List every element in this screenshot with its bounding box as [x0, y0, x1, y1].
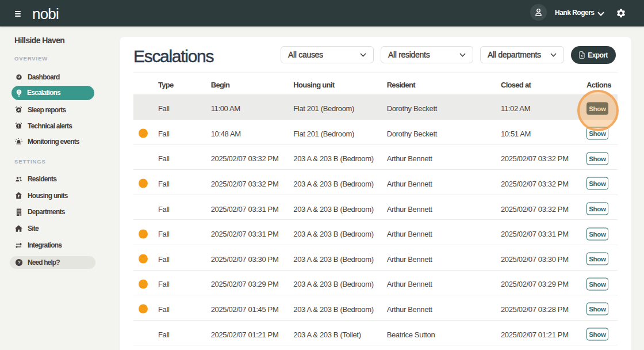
svg-text:?: ?	[18, 260, 21, 265]
